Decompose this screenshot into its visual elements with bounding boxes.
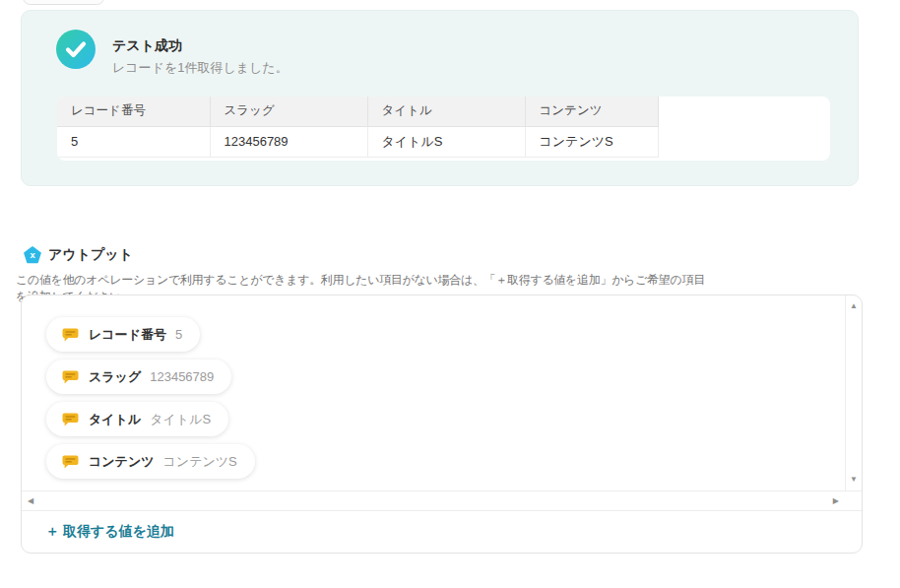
variable-bubble-icon — [62, 455, 79, 469]
output-title: アウトプット — [48, 246, 133, 264]
table-header-cell: レコード番号 — [57, 97, 210, 126]
output-chip-content[interactable]: コンテンツ コンテンツS — [46, 444, 255, 479]
chip-value: タイトルS — [150, 411, 211, 428]
chip-label: タイトル — [89, 411, 141, 428]
chip-label: コンテンツ — [89, 453, 155, 471]
output-box-footer: ＋ 取得する値を追加 — [22, 510, 862, 553]
add-value-button[interactable]: ＋ 取得する値を追加 — [45, 523, 174, 541]
variable-bubble-icon — [62, 370, 79, 384]
scroll-left-icon[interactable]: ◀ — [28, 497, 33, 505]
scrollbar-corner — [845, 491, 862, 510]
chip-value: コンテンツS — [163, 453, 237, 471]
table-cell: 5 — [57, 126, 210, 157]
table-header-row: レコード番号 スラッグ タイトル コンテンツ — [57, 97, 658, 126]
output-chip-slug[interactable]: スラッグ 123456789 — [46, 359, 231, 394]
test-success-panel: テスト成功 レコードを1件取得しました。 レコード番号 スラッグ タイトル コン… — [21, 10, 859, 186]
table-cell: 123456789 — [210, 126, 367, 157]
chip-value: 123456789 — [150, 369, 214, 384]
variable-bubble-icon — [62, 413, 79, 426]
scroll-down-icon[interactable]: ▼ — [850, 476, 858, 484]
chip-label: レコード番号 — [89, 326, 166, 344]
horizontal-scrollbar-row: ◀ ▶ — [22, 490, 862, 510]
record-table: レコード番号 スラッグ タイトル コンテンツ 5 123456789 タイトルS… — [57, 97, 659, 158]
chip-label: スラッグ — [89, 368, 141, 386]
success-title: テスト成功 — [112, 37, 182, 55]
output-values-box: レコード番号 5 スラッグ 123456789 — [21, 294, 863, 554]
record-table-card: レコード番号 スラッグ タイトル コンテンツ 5 123456789 タイトルS… — [57, 97, 830, 161]
scroll-right-icon[interactable]: ▶ — [833, 497, 839, 505]
cropped-top-element — [23, 0, 104, 5]
chip-value: 5 — [175, 327, 182, 342]
svg-text:x: x — [30, 249, 35, 260]
output-chips-list: レコード番号 5 スラッグ 123456789 — [22, 295, 845, 490]
table-row: 5 123456789 タイトルS コンテンツS — [57, 126, 658, 157]
success-check-icon — [56, 30, 96, 69]
table-cell: タイトルS — [367, 126, 525, 157]
output-pentagon-icon: x — [24, 246, 41, 264]
output-scroll-area: レコード番号 5 スラッグ 123456789 — [22, 295, 862, 490]
output-chip-title[interactable]: タイトル タイトルS — [46, 402, 228, 436]
success-subtitle: レコードを1件取得しました。 — [112, 59, 289, 77]
table-header-cell: スラッグ — [210, 97, 367, 126]
table-header-cell: コンテンツ — [525, 97, 658, 126]
output-header: x アウトプット — [24, 246, 133, 264]
scroll-up-icon[interactable]: ▲ — [850, 302, 858, 310]
output-chip-record-number[interactable]: レコード番号 5 — [46, 317, 200, 352]
vertical-scrollbar[interactable]: ▲ ▼ — [845, 295, 862, 490]
horizontal-scrollbar[interactable]: ◀ ▶ — [22, 491, 845, 510]
table-cell: コンテンツS — [525, 126, 658, 157]
table-header-cell: タイトル — [367, 97, 525, 126]
variable-bubble-icon — [62, 328, 79, 342]
